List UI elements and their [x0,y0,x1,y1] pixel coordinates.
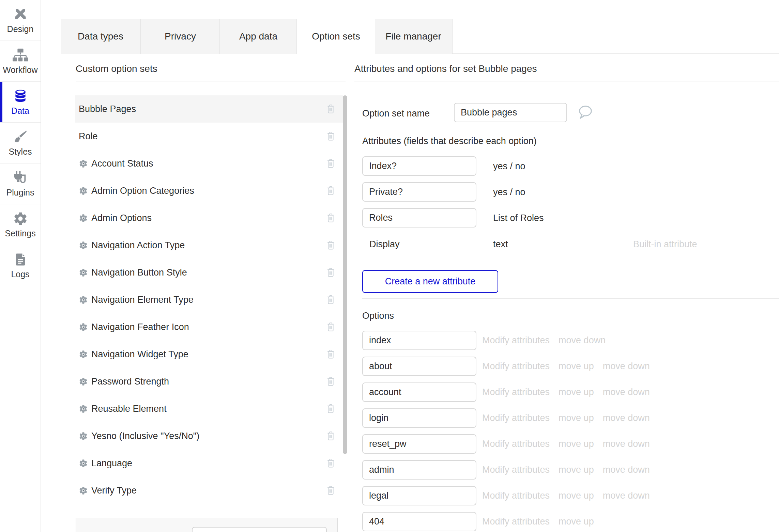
sidebar-item-styles[interactable]: Styles [0,123,41,163]
modify-attributes-link[interactable]: Modify attributes [482,387,550,397]
delete-option-set-icon[interactable] [326,186,335,196]
move-up-link[interactable]: move up [559,387,594,397]
tab-option-sets[interactable]: Option sets [297,19,375,54]
option-set-row[interactable]: Navigation Button Style [75,259,343,286]
option-set-row[interactable]: Reusable Element [75,395,343,422]
move-down-link[interactable]: move down [603,387,650,397]
option-set-name: Account Status [91,158,153,169]
option-set-row[interactable]: Password Strength [75,368,343,395]
move-up-link[interactable]: move up [559,439,594,449]
move-down-link[interactable]: move down [603,413,650,423]
attribute-name-input[interactable] [362,208,476,228]
sidebar-item-settings[interactable]: Settings [0,204,41,245]
delete-option-set-icon[interactable] [326,458,335,469]
attribute-name-input[interactable] [362,182,476,202]
attribute-name-label: Display [369,239,400,250]
tab-file-manager[interactable]: File manager [375,19,453,54]
sidebar-item-logs[interactable]: Logs [0,245,41,286]
tab-data-types[interactable]: Data types [61,19,141,54]
delete-option-set-icon[interactable] [326,404,335,414]
tab-privacy[interactable]: Privacy [141,19,220,54]
modify-attributes-link[interactable]: Modify attributes [482,516,550,527]
move-up-link[interactable]: move up [559,516,594,527]
delete-option-set-icon[interactable] [326,104,335,114]
sidebar-item-data[interactable]: Data [0,82,41,123]
modify-attributes-link[interactable]: Modify attributes [482,439,550,449]
styles-icon [13,129,28,145]
option-set-name: Navigation Action Type [91,240,185,251]
modify-attributes-link[interactable]: Modify attributes [482,335,550,346]
delete-option-set-icon[interactable] [326,158,335,169]
create-attribute-button[interactable]: Create a new attribute [362,270,498,293]
sidebar-item-workflow[interactable]: Workflow [0,41,41,82]
modify-attributes-link[interactable]: Modify attributes [482,490,550,501]
design-icon [13,6,28,22]
option-set-row[interactable]: Account Status [75,150,343,177]
comment-bubble-icon[interactable] [576,104,594,121]
option-set-row[interactable]: Navigation Widget Type [75,341,343,368]
delete-option-set-icon[interactable] [326,485,335,496]
option-value-input[interactable] [362,357,476,376]
option-row-links: Modify attributesmove upmove down [482,460,650,480]
attribute-type-label: List of Roles [493,213,544,223]
tab-baseline-divider [453,53,779,54]
attribute-type-label: text [493,239,508,250]
modify-attributes-link[interactable]: Modify attributes [482,465,550,475]
sidebar-item-label: Data [11,106,29,116]
modify-attributes-link[interactable]: Modify attributes [482,413,550,423]
move-up-link[interactable]: move up [559,361,594,372]
list-scrollbar-thumb[interactable] [343,95,347,454]
option-value-input[interactable] [362,460,476,480]
attribute-name-input[interactable] [362,156,476,176]
option-set-name: Language [91,458,132,469]
delete-option-set-icon[interactable] [326,131,335,142]
option-row-links: Modify attributesmove down [482,331,606,350]
move-down-link[interactable]: move down [603,439,650,449]
sidebar-item-design[interactable]: Design [0,0,41,41]
attribute-type-label: yes / no [493,187,525,198]
option-set-row[interactable]: Navigation Feather Icon [75,313,343,341]
option-value-input[interactable] [362,512,476,531]
option-set-row[interactable]: Bubble Pages [75,95,343,123]
modify-attributes-link[interactable]: Modify attributes [482,361,550,372]
option-set-name-input[interactable] [454,103,567,122]
option-set-row[interactable]: Verify Type [75,477,343,504]
option-set-row[interactable]: Admin Option Categories [75,177,343,204]
delete-option-set-icon[interactable] [326,431,335,441]
tab-app-data[interactable]: App data [220,19,297,54]
gear-icon [79,323,88,332]
move-up-link[interactable]: move up [559,490,594,501]
move-up-link[interactable]: move up [559,465,594,475]
option-set-row[interactable]: Yesno (Inclusive "Yes/No") [75,422,343,450]
option-value-input[interactable] [362,486,476,505]
move-down-link[interactable]: move down [603,465,650,475]
option-set-row[interactable]: Role [75,123,343,150]
sidebar-item-plugins[interactable]: Plugins [0,163,41,204]
delete-option-set-icon[interactable] [326,267,335,278]
built-in-attribute-label: Built-in attribute [633,239,697,250]
delete-option-set-icon[interactable] [326,349,335,360]
option-set-row[interactable]: Language [75,450,343,477]
delete-option-set-icon[interactable] [326,213,335,223]
move-down-link[interactable]: move down [559,335,606,346]
option-value-input[interactable] [362,331,476,350]
delete-option-set-icon[interactable] [326,322,335,332]
move-down-link[interactable]: move down [603,361,650,372]
move-up-link[interactable]: move up [559,413,594,423]
option-value-input[interactable] [362,408,476,428]
option-value-input[interactable] [362,434,476,454]
attribute-type-label: yes / no [493,161,525,172]
delete-option-set-icon[interactable] [326,240,335,251]
new-option-set-input[interactable] [192,527,327,532]
option-value-input[interactable] [362,382,476,402]
option-set-row[interactable]: Navigation Action Type [75,232,343,259]
option-set-name: Reusable Element [91,404,167,414]
option-set-row[interactable]: Admin Options [75,204,343,232]
option-set-row[interactable]: Navigation Element Type [75,286,343,313]
move-down-link[interactable]: move down [603,490,650,501]
sidebar-item-label: Logs [11,269,29,279]
delete-option-set-icon[interactable] [326,376,335,387]
sidebar-item-label: Plugins [6,188,34,198]
data-tab-bar: Data typesPrivacyApp dataOption setsFile… [61,19,453,54]
delete-option-set-icon[interactable] [326,295,335,305]
